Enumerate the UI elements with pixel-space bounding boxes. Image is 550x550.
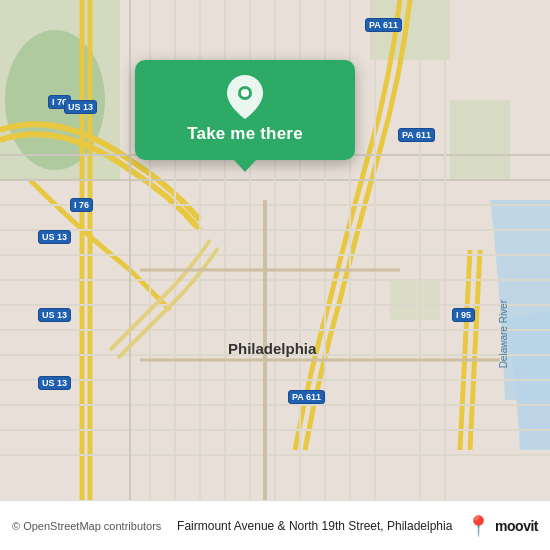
road-badge-i95: I 95: [452, 308, 475, 322]
road-badge-pa611-mid: PA 611: [398, 128, 435, 142]
road-badge-pa611-bot: PA 611: [288, 390, 325, 404]
delaware-river-label: Delaware River: [498, 300, 509, 368]
road-badge-us13-bot: US 13: [38, 308, 71, 322]
svg-rect-3: [450, 100, 510, 180]
road-badge-i76-2: I 76: [70, 198, 93, 212]
philadelphia-label: Philadelphia: [228, 340, 316, 357]
moovit-pin-icon: 📍: [466, 514, 491, 538]
map-popup[interactable]: Take me there: [135, 60, 355, 160]
road-badge-pa611-top: PA 611: [365, 18, 402, 32]
popup-label: Take me there: [187, 124, 303, 144]
location-text: Fairmount Avenue & North 19th Street, Ph…: [163, 519, 466, 533]
copyright-text: © OpenStreetMap contributors: [12, 520, 163, 532]
moovit-logo: 📍 moovit: [466, 514, 538, 538]
svg-point-35: [241, 89, 249, 97]
moovit-brand-text: moovit: [495, 518, 538, 534]
map-container: PA 611 PA 611 PA 611 I 76 I 76 US 13 US …: [0, 0, 550, 500]
location-pin-icon: [226, 78, 264, 116]
road-badge-us13-top: US 13: [64, 100, 97, 114]
bottom-bar: © OpenStreetMap contributors Fairmount A…: [0, 500, 550, 550]
road-badge-us13-mid: US 13: [38, 230, 71, 244]
road-badge-us13-bot2: US 13: [38, 376, 71, 390]
svg-rect-4: [390, 280, 440, 320]
